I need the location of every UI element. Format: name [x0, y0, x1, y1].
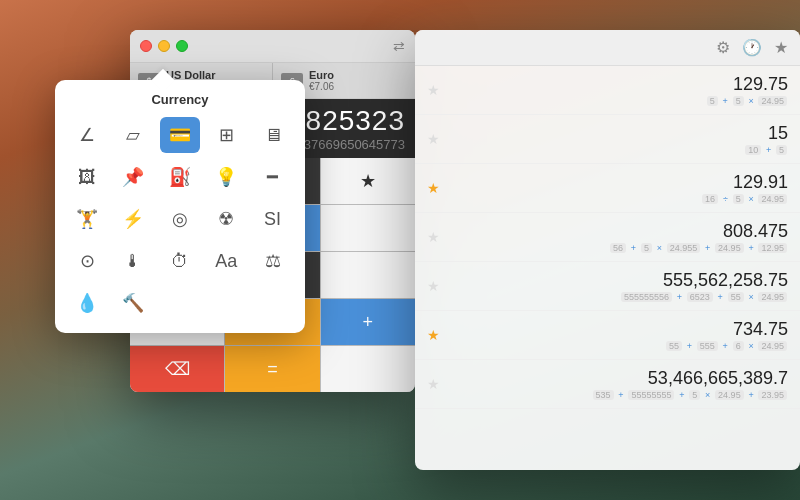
category-popup: Currency ∠▱💳⊞🖥🖼📌⛽💡━🏋⚡◎☢SI⊙🌡⏱Aa⚖💧🔨 [55, 80, 305, 333]
key-backspace[interactable]: ⌫ [130, 346, 224, 392]
history-content-1: 1510 + 5 [448, 123, 788, 155]
history-item: ★734.7555 + 555 + 6 × 24.95 [415, 311, 800, 360]
pin-icon[interactable]: 📌 [113, 159, 153, 195]
gauge-icon[interactable]: ◎ [160, 201, 200, 237]
history-content-5: 734.7555 + 555 + 6 × 24.95 [448, 319, 788, 351]
key-empty1 [321, 205, 415, 251]
settings-toolbar-icon[interactable]: ⚙ [716, 38, 730, 57]
key-empty2 [321, 252, 415, 298]
history-detail-1: 10 + 5 [448, 144, 788, 155]
clock-toolbar-icon[interactable]: 🕐 [742, 38, 762, 57]
history-item: ★808.47556 + 5 × 24.955 + 24.95 + 12.95 [415, 213, 800, 262]
history-main-1: 15 [448, 123, 788, 144]
history-star-0[interactable]: ★ [427, 82, 440, 98]
history-star-5[interactable]: ★ [427, 327, 440, 343]
history-detail-5: 55 + 555 + 6 × 24.95 [448, 340, 788, 351]
history-main-2: 129.91 [448, 172, 788, 193]
history-content-0: 129.755 + 5 × 24.95 [448, 74, 788, 106]
history-star-6[interactable]: ★ [427, 376, 440, 392]
maximize-button[interactable] [176, 40, 188, 52]
currency-to-info: Euro €7.06 [309, 69, 334, 92]
hammer-icon[interactable]: 🔨 [113, 285, 153, 321]
history-item: ★555,562,258.75555555556 + 6523 + 55 × 2… [415, 262, 800, 311]
history-detail-0: 5 + 5 × 24.95 [448, 95, 788, 106]
clock-icon[interactable]: ⏱ [160, 243, 200, 279]
history-list: ★129.755 + 5 × 24.95 ★1510 + 5 ★129.9116… [415, 66, 800, 470]
bulb-icon[interactable]: 💡 [206, 159, 246, 195]
history-content-2: 129.9116 ÷ 5 × 24.95 [448, 172, 788, 204]
history-detail-3: 56 + 5 × 24.955 + 24.95 + 12.95 [448, 242, 788, 253]
network-icon[interactable]: ⊞ [206, 117, 246, 153]
text-icon[interactable]: Aa [206, 243, 246, 279]
key-equals2[interactable]: = [225, 346, 319, 392]
history-item: ★1510 + 5 [415, 115, 800, 164]
drop-icon[interactable]: 💧 [67, 285, 107, 321]
history-main-0: 129.75 [448, 74, 788, 95]
thermometer-icon[interactable]: 🌡 [113, 243, 153, 279]
weight-icon[interactable]: 🏋 [67, 201, 107, 237]
history-content-4: 555,562,258.75555555556 + 6523 + 55 × 24… [448, 270, 788, 302]
history-star-2[interactable]: ★ [427, 180, 440, 196]
currency-to-name: Euro [309, 69, 334, 81]
currency-icon[interactable]: 💳 [160, 117, 200, 153]
history-main-5: 734.75 [448, 319, 788, 340]
history-content-6: 53,466,665,389.7535 + 55555555 + 5 × 24.… [448, 368, 788, 400]
star-toolbar-icon[interactable]: ★ [774, 38, 788, 57]
history-content-3: 808.47556 + 5 × 24.955 + 24.95 + 12.95 [448, 221, 788, 253]
key-star[interactable]: ★ [321, 158, 415, 204]
image-icon[interactable]: 🖼 [67, 159, 107, 195]
speedometer-icon[interactable]: ⊙ [67, 243, 107, 279]
history-main-3: 808.475 [448, 221, 788, 242]
monitor-icon[interactable]: 🖥 [253, 117, 293, 153]
history-item: ★53,466,665,389.7535 + 55555555 + 5 × 24… [415, 360, 800, 409]
scale-icon[interactable]: ⚖ [253, 243, 293, 279]
history-detail-4: 555555556 + 6523 + 55 × 24.95 [448, 291, 788, 302]
close-button[interactable] [140, 40, 152, 52]
history-header: ⚙ 🕐 ★ [415, 30, 800, 66]
key-empty3 [321, 346, 415, 392]
popup-title: Currency [67, 92, 293, 107]
history-detail-6: 535 + 55555555 + 5 × 24.95 + 23.95 [448, 389, 788, 400]
title-bar: ⇄ [130, 30, 415, 63]
lightning-icon[interactable]: ⚡ [113, 201, 153, 237]
si-icon[interactable]: SI [253, 201, 293, 237]
minimize-button[interactable] [158, 40, 170, 52]
history-item: ★129.9116 ÷ 5 × 24.95 [415, 164, 800, 213]
history-detail-2: 16 ÷ 5 × 24.95 [448, 193, 788, 204]
history-star-1[interactable]: ★ [427, 131, 440, 147]
ruler-icon[interactable]: ━ [253, 159, 293, 195]
history-main-4: 555,562,258.75 [448, 270, 788, 291]
swap-icon[interactable]: ⇄ [393, 38, 405, 54]
history-panel: ⚙ 🕐 ★ ★129.755 + 5 × 24.95 ★1510 + 5 ★12… [415, 30, 800, 470]
parallelogram-icon[interactable]: ▱ [113, 117, 153, 153]
radiation-icon[interactable]: ☢ [206, 201, 246, 237]
history-star-4[interactable]: ★ [427, 278, 440, 294]
history-main-6: 53,466,665,389.7 [448, 368, 788, 389]
icon-grid: ∠▱💳⊞🖥🖼📌⛽💡━🏋⚡◎☢SI⊙🌡⏱Aa⚖💧🔨 [67, 117, 293, 321]
key-plus[interactable]: + [321, 299, 415, 345]
currency-to-value: €7.06 [309, 81, 334, 92]
history-star-3[interactable]: ★ [427, 229, 440, 245]
history-item: ★129.755 + 5 × 24.95 [415, 66, 800, 115]
angle-icon[interactable]: ∠ [67, 117, 107, 153]
fuel-icon[interactable]: ⛽ [160, 159, 200, 195]
title-icons: ⇄ [393, 38, 405, 54]
